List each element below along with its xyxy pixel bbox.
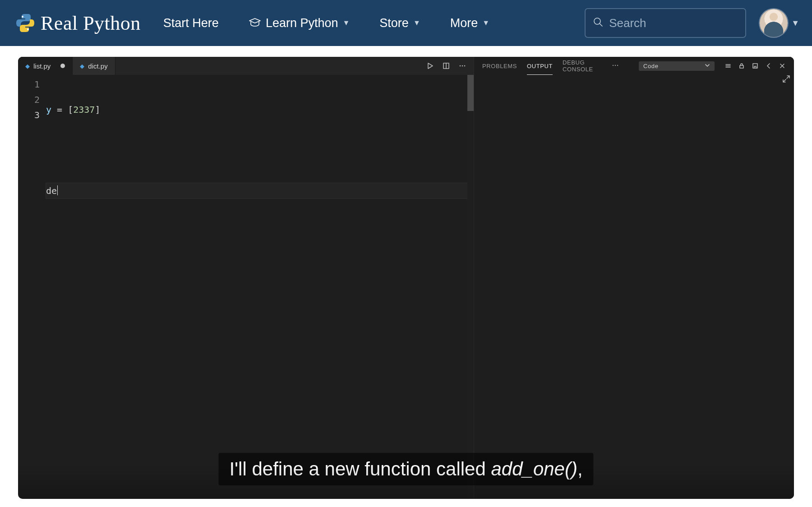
clear-output-icon[interactable] — [724, 62, 732, 69]
nav-store-label: Store — [379, 16, 409, 30]
nav-more-label: More — [450, 16, 478, 30]
code-content[interactable]: y = [2337] de — [46, 75, 467, 499]
caret-down-icon: ▼ — [413, 19, 420, 27]
svg-point-9 — [617, 65, 618, 65]
code-token-op: = — [51, 104, 68, 115]
tab-filename: list.py — [33, 62, 51, 70]
code-token-bracket: ] — [95, 104, 100, 115]
code-line — [46, 143, 467, 158]
svg-point-6 — [464, 65, 466, 67]
output-panel-body[interactable] — [474, 75, 794, 499]
editor-tab-actions — [419, 57, 474, 75]
line-number-gutter: 1 2 3 — [18, 75, 46, 499]
avatar — [760, 9, 788, 37]
svg-point-0 — [22, 16, 23, 18]
caret-down-icon: ▼ — [343, 19, 350, 27]
line-number: 3 — [18, 107, 46, 123]
output-channel-label: Code — [643, 63, 658, 69]
scrollbar-thumb[interactable] — [467, 75, 474, 111]
split-editor-icon[interactable] — [442, 62, 450, 70]
site-nav: Real Python Start Here Learn Python ▼ St… — [0, 0, 812, 46]
search-icon — [593, 17, 604, 29]
nav-start-here[interactable]: Start Here — [163, 16, 219, 30]
caption-suffix: , — [577, 458, 583, 479]
lock-scroll-icon[interactable] — [738, 62, 745, 69]
chevron-left-icon[interactable] — [765, 62, 772, 69]
code-line: y = [2337] — [46, 102, 467, 117]
editor-scrollbar[interactable] — [467, 75, 474, 499]
more-icon[interactable] — [458, 62, 466, 70]
caret-down-icon: ▼ — [482, 19, 489, 27]
chevron-down-icon — [705, 63, 710, 69]
code-editor-area: ◆ list.py ◆ dict.py — [18, 57, 474, 499]
graduation-cap-icon — [249, 16, 261, 30]
output-panel: PROBLEMS OUTPUT DEBUG CONSOLE Code — [474, 57, 794, 499]
panel-more-icon[interactable] — [612, 62, 619, 70]
caption-function-name: add_one() — [491, 458, 577, 479]
tab-dict-py[interactable]: ◆ dict.py — [73, 57, 115, 75]
panel-tab-debug-console[interactable]: DEBUG CONSOLE — [563, 57, 602, 74]
caption-prefix: I'll define a new function called — [229, 458, 491, 479]
nav-learn-python[interactable]: Learn Python ▼ — [249, 16, 350, 30]
nav-more[interactable]: More ▼ — [450, 16, 489, 30]
editor-tab-bar: ◆ list.py ◆ dict.py — [18, 57, 474, 75]
python-logo-icon — [14, 12, 36, 34]
tab-filename: dict.py — [88, 62, 107, 70]
svg-rect-11 — [753, 64, 757, 68]
code-token-var: y — [46, 104, 51, 115]
python-file-icon: ◆ — [25, 63, 30, 69]
nav-learn-label: Learn Python — [266, 16, 338, 30]
line-number: 2 — [18, 92, 46, 107]
tab-list-py[interactable]: ◆ list.py — [18, 57, 73, 75]
nav-store[interactable]: Store ▼ — [379, 16, 420, 30]
svg-point-4 — [460, 65, 461, 67]
brand-text: Real Python — [41, 12, 141, 35]
svg-point-5 — [462, 65, 463, 67]
search-input[interactable] — [604, 16, 738, 31]
close-panel-icon[interactable] — [779, 62, 786, 69]
editor-body[interactable]: 1 2 3 y = [2337] de — [18, 75, 474, 499]
open-log-icon[interactable] — [752, 62, 759, 69]
user-menu[interactable]: ▼ — [760, 9, 799, 37]
video-caption: I'll define a new function called add_on… — [218, 453, 593, 486]
code-token-partial: de — [46, 185, 57, 196]
text-cursor-icon — [57, 185, 58, 195]
code-token-bracket: [ — [68, 104, 73, 115]
panel-tab-problems[interactable]: PROBLEMS — [482, 61, 517, 71]
code-token-number: 2337 — [73, 104, 95, 115]
brand-link[interactable]: Real Python — [14, 12, 141, 35]
caret-down-icon: ▼ — [791, 18, 799, 28]
svg-point-1 — [27, 28, 29, 30]
nav-links: Start Here Learn Python ▼ Store ▼ More ▼ — [163, 16, 489, 30]
nav-start-here-label: Start Here — [163, 16, 219, 30]
panel-tab-bar: PROBLEMS OUTPUT DEBUG CONSOLE Code — [474, 57, 794, 75]
video-player-frame: ◆ list.py ◆ dict.py — [18, 57, 794, 499]
run-icon[interactable] — [426, 62, 434, 70]
line-number: 1 — [18, 77, 46, 92]
svg-point-8 — [615, 65, 616, 65]
svg-rect-10 — [740, 65, 743, 68]
search-box[interactable] — [585, 8, 746, 38]
panel-tab-output[interactable]: OUTPUT — [527, 61, 553, 71]
output-channel-select[interactable]: Code — [639, 61, 715, 71]
unsaved-dot-icon — [60, 64, 65, 68]
panel-action-icons — [724, 62, 786, 69]
svg-point-7 — [613, 65, 614, 65]
code-line-current: de — [46, 183, 467, 198]
python-file-icon: ◆ — [80, 63, 84, 69]
